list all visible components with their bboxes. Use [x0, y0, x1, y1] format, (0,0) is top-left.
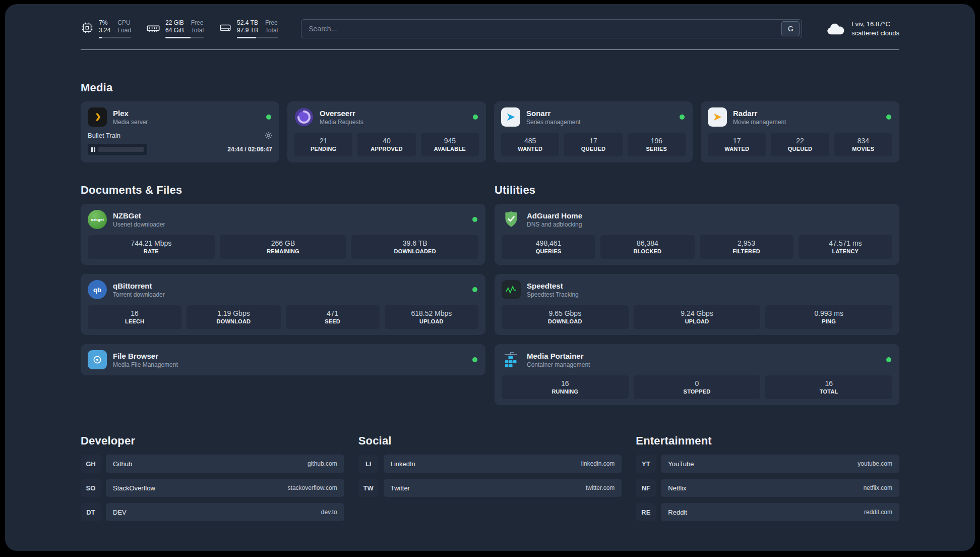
- stat-stopped: 0 STOPPED: [634, 375, 761, 399]
- stat-total: 16 TOTAL: [765, 375, 892, 399]
- app-name: NZBGet: [113, 211, 165, 220]
- app-desc: Torrent downloader: [113, 291, 165, 299]
- search-bar: G: [301, 19, 802, 38]
- plex-icon: [88, 107, 107, 127]
- status-dot: [472, 217, 477, 222]
- pause-icon[interactable]: [91, 147, 95, 152]
- stat-seed: 471 SEED: [286, 305, 380, 329]
- app-name: File Browser: [113, 351, 178, 361]
- bookmark-youtube[interactable]: YT YouTube youtube.com: [636, 455, 899, 473]
- adguard-card[interactable]: AdGuard Home DNS and adblocking 498,461 …: [495, 204, 899, 265]
- bookmark-bar: Twitter twitter.com: [384, 479, 622, 497]
- stat-movies: 834 MOVIES: [834, 133, 892, 156]
- storage-usage-bar: [237, 37, 278, 38]
- status-dot: [266, 115, 271, 120]
- stat-available: 945 AVAILABLE: [421, 133, 479, 156]
- status-dot: [680, 115, 685, 120]
- bookmark-bar: Reddit reddit.com: [661, 503, 899, 521]
- bookmark-netflix[interactable]: NF Netflix netflix.com: [636, 479, 899, 497]
- app-desc: Media server: [113, 118, 148, 126]
- section-title-developer: Developer: [81, 434, 344, 448]
- app-desc: Media File Management: [113, 361, 178, 369]
- playback-time: 24:44 / 02:06:47: [227, 146, 272, 153]
- stat-remaining: 266 GB REMAINING: [220, 235, 347, 259]
- bookmark-reddit[interactable]: RE Reddit reddit.com: [636, 503, 899, 521]
- app-name: Plex: [113, 108, 148, 118]
- portainer-card[interactable]: Media Portainer Container management 16 …: [495, 344, 899, 405]
- cloud-icon: [825, 21, 845, 36]
- memory-icon: [146, 21, 160, 35]
- bookmark-bar: Netflix netflix.com: [661, 479, 899, 497]
- bookmark-linkedin[interactable]: LI LinkedIn linkedin.com: [358, 455, 622, 473]
- bookmark-twitter[interactable]: TW Twitter twitter.com: [358, 479, 622, 497]
- media-section: Media Plex Media server Bullet Train: [81, 81, 899, 162]
- bookmark-bar: DEV dev.to: [106, 503, 344, 521]
- nzbget-card[interactable]: nzbget NZBGet Usenet downloader 744.21 M…: [81, 204, 485, 265]
- app-desc: Container management: [527, 361, 590, 369]
- weather-condition: scattered clouds: [851, 29, 899, 38]
- storage-free-value: 52.4 TB: [237, 19, 258, 27]
- system-metrics: 7% 3.24 CPU Load: [81, 19, 278, 38]
- nzbget-icon: nzbget: [88, 210, 107, 229]
- status-dot: [472, 357, 477, 362]
- gear-icon[interactable]: [265, 132, 272, 139]
- search-engine-button[interactable]: G: [781, 21, 800, 36]
- speedtest-card[interactable]: Speedtest Speedtest Tracking 9.65 Gbps D…: [495, 274, 899, 335]
- stat-queued: 22 QUEUED: [771, 133, 829, 156]
- seek-bar[interactable]: [98, 147, 144, 152]
- app-name: Radarr: [733, 108, 786, 118]
- stat-filtered: 2,953 FILTERED: [700, 235, 793, 259]
- bookmarks-row: Developer GH Github github.com SO StackO…: [81, 434, 899, 521]
- stat-latency: 47.571 ms LATENCY: [799, 235, 892, 259]
- cpu-icon: [81, 21, 94, 34]
- app-name: qBittorrent: [113, 281, 165, 291]
- player-progress[interactable]: [88, 144, 147, 155]
- radarr-card[interactable]: Radarr Movie management 17 WANTED 22 QUE…: [701, 101, 899, 162]
- memory-total-label: Total: [191, 27, 204, 34]
- stat-series: 196 SERIES: [628, 133, 686, 156]
- topbar-divider: [81, 49, 899, 50]
- bookmark-dev[interactable]: DT DEV dev.to: [81, 503, 344, 521]
- bookmark-stackoverflow[interactable]: SO StackOverflow stackoverflow.com: [81, 479, 344, 497]
- developer-section: Developer GH Github github.com SO StackO…: [81, 434, 344, 521]
- cpu-load-label: Load: [117, 27, 131, 34]
- bookmark-badge: NF: [636, 479, 656, 497]
- app-desc: Speedtest Tracking: [527, 291, 579, 299]
- dashboard: 7% 3.24 CPU Load: [5, 4, 975, 551]
- plex-card[interactable]: Plex Media server Bullet Train: [81, 101, 279, 162]
- section-title-social: Social: [358, 434, 622, 448]
- overseerr-icon: [294, 107, 314, 127]
- stat-approved: 40 APPROVED: [357, 133, 415, 156]
- app-name: Speedtest: [527, 281, 579, 291]
- qbittorrent-card[interactable]: qb qBittorrent Torrent downloader 16 LEE…: [81, 274, 485, 335]
- cpu-usage-label: CPU: [117, 19, 131, 27]
- storage-free-label: Free: [265, 19, 278, 27]
- sonarr-icon: [501, 107, 520, 127]
- overseerr-card[interactable]: Overseerr Media Requests 21 PENDING 40 A…: [287, 101, 486, 162]
- bookmark-bar: YouTube youtube.com: [661, 455, 899, 473]
- cpu-usage-bar: [99, 37, 131, 38]
- stat-leech: 16 LEECH: [88, 305, 181, 329]
- app-desc: DNS and adblocking: [527, 220, 582, 229]
- now-playing-title: Bullet Train: [88, 132, 120, 139]
- status-dot: [473, 115, 478, 120]
- stat-downloaded: 39.6 TB DOWNLOADED: [351, 235, 478, 259]
- stat-upload: 618.52 Mbps UPLOAD: [385, 305, 478, 329]
- app-desc: Media Requests: [320, 118, 363, 126]
- weather-widget: Lviv, 16.87°C scattered clouds: [825, 20, 899, 38]
- filebrowser-card[interactable]: File Browser Media File Management: [81, 344, 485, 375]
- cpu-load-value: 3.24: [99, 27, 110, 34]
- weather-location: Lviv, 16.87°C: [851, 20, 899, 29]
- search-input[interactable]: [309, 25, 781, 33]
- stat-download: 1.19 Gbps DOWNLOAD: [187, 305, 280, 329]
- memory-free-value: 22 GiB: [165, 19, 184, 27]
- sonarr-card[interactable]: Sonarr Series management 485 WANTED 17 Q…: [494, 101, 693, 162]
- top-bar: 7% 3.24 CPU Load: [81, 19, 899, 38]
- memory-free-label: Free: [191, 19, 204, 27]
- section-title-documents: Documents & Files: [81, 184, 485, 197]
- section-title-utilities: Utilities: [495, 184, 899, 197]
- storage-total-label: Total: [265, 27, 278, 34]
- bookmark-github[interactable]: GH Github github.com: [81, 455, 344, 473]
- bookmark-badge: DT: [81, 503, 101, 521]
- bookmark-bar: StackOverflow stackoverflow.com: [106, 479, 344, 497]
